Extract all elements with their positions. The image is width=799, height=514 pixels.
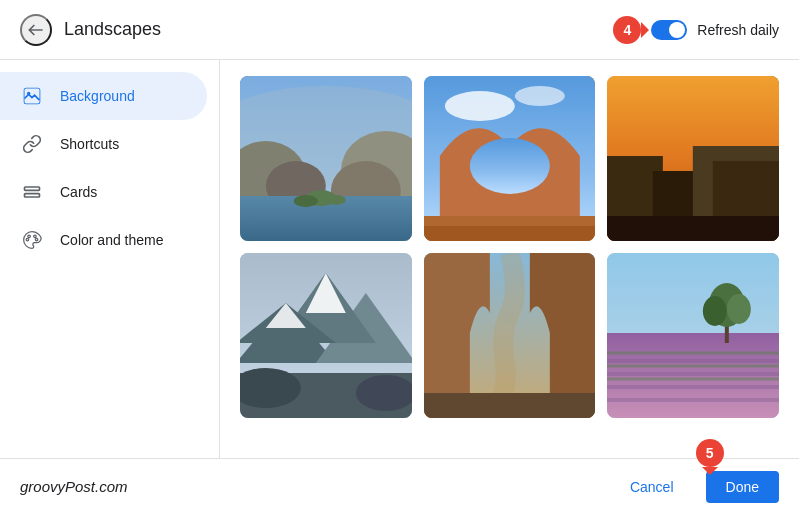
grid-item-6[interactable] (607, 253, 779, 418)
refresh-daily-label: Refresh daily (697, 22, 779, 38)
svg-point-2 (27, 92, 30, 95)
svg-point-13 (294, 195, 318, 207)
sidebar: Background Shortcuts C (0, 60, 220, 458)
grid-item-1[interactable] (240, 76, 412, 241)
sidebar-label-color-and-theme: Color and theme (60, 232, 164, 248)
svg-rect-26 (607, 216, 779, 241)
sidebar-item-color-and-theme[interactable]: Color and theme (0, 216, 207, 264)
refresh-daily-toggle[interactable] (651, 20, 687, 40)
back-button[interactable] (20, 14, 52, 46)
background-icon (20, 86, 44, 106)
svg-point-17 (514, 86, 564, 106)
header-right: 4 Refresh daily (613, 16, 779, 44)
cancel-button[interactable]: Cancel (610, 471, 694, 503)
grid-item-5[interactable] (424, 253, 596, 418)
dialog-header: Landscapes 4 Refresh daily (0, 0, 799, 60)
svg-rect-20 (424, 226, 596, 241)
dialog: Landscapes 4 Refresh daily (0, 0, 799, 514)
dialog-footer: groovyPost.com Cancel 5 Done (0, 458, 799, 514)
sidebar-label-cards: Cards (60, 184, 97, 200)
header-left: Landscapes (20, 14, 161, 46)
done-button[interactable]: Done (706, 471, 779, 503)
step-badge-4: 4 (613, 16, 641, 44)
sidebar-item-cards[interactable]: Cards (0, 168, 207, 216)
svg-point-52 (703, 296, 727, 326)
footer-buttons: Cancel 5 Done (610, 471, 779, 503)
svg-point-14 (326, 195, 346, 205)
sidebar-item-background[interactable]: Background (0, 72, 207, 120)
svg-rect-39 (424, 393, 596, 418)
grid-item-4[interactable] (240, 253, 412, 418)
shortcuts-icon (20, 134, 44, 154)
svg-rect-4 (25, 194, 40, 197)
image-grid (240, 76, 779, 418)
grid-item-3[interactable] (607, 76, 779, 241)
svg-point-53 (727, 294, 751, 324)
svg-rect-3 (25, 187, 40, 190)
page-title: Landscapes (64, 19, 161, 40)
sidebar-label-shortcuts: Shortcuts (60, 136, 119, 152)
watermark: groovyPost.com (20, 478, 128, 495)
image-grid-container (220, 60, 799, 458)
sidebar-item-shortcuts[interactable]: Shortcuts (0, 120, 207, 168)
svg-point-16 (444, 91, 514, 121)
dialog-body: Background Shortcuts C (0, 60, 799, 458)
grid-item-2[interactable] (424, 76, 596, 241)
svg-point-18 (469, 138, 549, 194)
sidebar-label-background: Background (60, 88, 135, 104)
palette-icon (20, 230, 44, 250)
step-badge-5: 5 (696, 439, 724, 467)
cards-icon (20, 182, 44, 202)
